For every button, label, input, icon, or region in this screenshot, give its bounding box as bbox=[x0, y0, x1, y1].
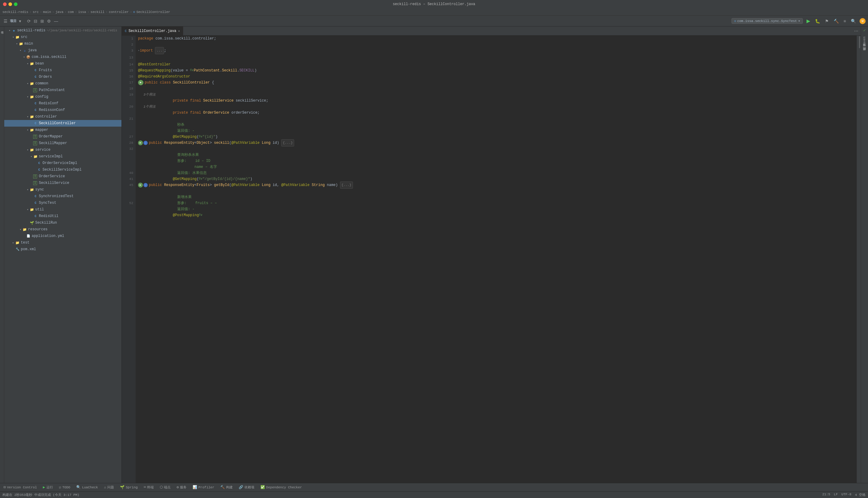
line-ending[interactable]: LF bbox=[834, 493, 838, 497]
breadcrumb-item[interactable]: java bbox=[55, 10, 63, 14]
run-button-bottom[interactable]: ▶ 运行 bbox=[42, 484, 54, 490]
user-avatar[interactable]: U bbox=[859, 18, 866, 24]
build-success-message: 构建在 2秒353毫秒 中成功完成 (今天 3:17 PM) bbox=[2, 493, 79, 497]
tree-item-serviceimpl[interactable]: ▾ 📁 serviceImpl bbox=[4, 153, 121, 160]
tree-item-seckillservice[interactable]: ▸ I SeckillService bbox=[4, 180, 121, 186]
breadcrumb-item[interactable]: com bbox=[68, 10, 74, 14]
luacheck-button[interactable]: 🔍 LuaCheck bbox=[75, 484, 99, 490]
tree-item-package[interactable]: ▾ 📦 com.issa.seckill bbox=[4, 54, 121, 60]
breadcrumb-item[interactable]: src bbox=[32, 10, 39, 14]
code-area[interactable]: package com.issa.seckill.controller; ▸ i… bbox=[136, 36, 856, 483]
tree-item-common[interactable]: ▾ 📁 common bbox=[4, 80, 121, 87]
settings-button[interactable]: ⚙ bbox=[46, 18, 52, 24]
breakpoint-button[interactable]: ⬡ 端点 bbox=[159, 484, 172, 490]
build-button[interactable]: 🔨 bbox=[832, 18, 840, 24]
breadcrumb-item[interactable]: seckill-redis bbox=[2, 10, 28, 14]
tab-seckillcontroller[interactable]: C SeckillController.java ✕ bbox=[122, 27, 183, 35]
tree-item-applicationyml[interactable]: ▸ 📄 application.yml bbox=[4, 233, 121, 239]
tree-item-seckillrun[interactable]: ▸ 🌱 SeckillRun bbox=[4, 220, 121, 226]
tree-item-pathconstant[interactable]: ▸ I PathConstant bbox=[4, 87, 121, 93]
tree-item-orders[interactable]: ▸ C Orders bbox=[4, 74, 121, 80]
profiler-icon: 📊 bbox=[192, 485, 197, 489]
tree-item-redisconf[interactable]: ▸ C RedisConf bbox=[4, 100, 121, 107]
tree-item-redissonconf[interactable]: ▸ C RedissonConf bbox=[4, 107, 121, 113]
run-config-selector[interactable]: ⊙ com.issa.seckill.sync.SyncTest ▾ bbox=[732, 18, 803, 24]
spring-button[interactable]: 🌱 Spring bbox=[119, 484, 139, 490]
tree-arrow: ▾ bbox=[8, 29, 12, 32]
tab-close-button[interactable]: ✕ bbox=[178, 29, 180, 33]
run-button[interactable]: ▶ bbox=[805, 17, 811, 24]
version-control-button[interactable]: ⊡ Version Control bbox=[2, 484, 38, 490]
tree-item-synctest[interactable]: ▸ C SyncTest bbox=[4, 199, 121, 206]
sync-button[interactable]: ⟳ bbox=[26, 18, 32, 24]
run-icon-41[interactable]: ▶ bbox=[138, 183, 143, 187]
panel-dropdown[interactable]: ▾ bbox=[18, 18, 22, 24]
coverage-button[interactable]: ⚑ bbox=[824, 18, 830, 24]
search-everywhere-button[interactable]: 🔍 bbox=[850, 18, 857, 24]
dep-checker-button[interactable]: ✅ Dependency Checker bbox=[259, 484, 303, 490]
collapse-all-button[interactable]: ⊟ bbox=[32, 18, 39, 24]
line-num-28: 28 bbox=[122, 140, 136, 146]
minimize-button[interactable] bbox=[9, 2, 12, 6]
editor-content[interactable]: 1 2 3 13 14 15 16 17 18 19 20 21 27 28 3… bbox=[122, 36, 861, 483]
tree-item-redisutil[interactable]: ▸ C RedisUtil bbox=[4, 213, 121, 220]
cursor-position[interactable]: 21:5 bbox=[822, 493, 830, 497]
tree-item-util[interactable]: ▾ 📁 util bbox=[4, 206, 121, 213]
services-icon: ⚙ bbox=[177, 485, 179, 489]
tree-item-test[interactable]: ▸ 📁 test bbox=[4, 239, 121, 246]
scroll-indicator[interactable] bbox=[856, 36, 861, 483]
tree-item-mapper[interactable]: ▾ 📁 mapper bbox=[4, 127, 121, 133]
editor-more-button[interactable]: ⋯ bbox=[853, 28, 859, 34]
deps-button[interactable]: 🔗 依赖项 bbox=[238, 484, 256, 490]
run-icon-28[interactable]: ▶ bbox=[138, 141, 143, 145]
window-controls[interactable] bbox=[3, 2, 17, 6]
project-view-button[interactable]: ☰ bbox=[2, 18, 9, 24]
breadcrumb-item[interactable]: issa bbox=[78, 10, 86, 14]
tree-item-seckillmapper[interactable]: ▸ I SeckillMapper bbox=[4, 140, 121, 146]
tree-item-resources[interactable]: ▾ 📁 resources bbox=[4, 226, 121, 233]
expand-all-button[interactable]: ⊞ bbox=[39, 18, 45, 24]
tree-item-controller[interactable]: ▾ 📁 controller bbox=[4, 113, 121, 120]
problems-button[interactable]: ⚠ 问题 bbox=[103, 484, 115, 490]
run-icon-17[interactable]: ▶ bbox=[138, 80, 144, 85]
maven-label[interactable]: Maven bbox=[863, 37, 866, 45]
window-title: seckill-redis – SeckillController.java bbox=[393, 2, 475, 6]
todo-button[interactable]: ☑ TODO bbox=[58, 484, 72, 490]
tree-item-main[interactable]: ▾ 📁 main bbox=[4, 40, 121, 47]
encoding[interactable]: UTF-8 bbox=[841, 493, 852, 497]
tree-item-config[interactable]: ▾ 📁 config bbox=[4, 93, 121, 100]
breadcrumb-item-current[interactable]: SeckillController bbox=[136, 10, 170, 14]
breadcrumb-item[interactable]: controller bbox=[109, 10, 129, 14]
terminal-button[interactable]: ⌨ 终端 bbox=[143, 484, 155, 490]
build-button-bottom[interactable]: 🔨 构建 bbox=[219, 484, 234, 490]
indent[interactable]: 4 空格 bbox=[855, 493, 866, 497]
tree-item-pomxml[interactable]: ▸ 🔧 pom.xml bbox=[4, 246, 121, 253]
bookmarks-label[interactable]: 书签 bbox=[0, 28, 4, 30]
tree-item-service[interactable]: ▾ 📁 service bbox=[4, 146, 121, 153]
breadcrumb-item[interactable]: seckill bbox=[90, 10, 104, 14]
tree-item-orderserviceimpl[interactable]: ▸ C OrderServiceImpl bbox=[4, 160, 121, 167]
debug-button[interactable]: 🐛 bbox=[814, 18, 821, 24]
maximize-button[interactable] bbox=[14, 2, 17, 6]
services-button[interactable]: ⚙ 服务 bbox=[175, 484, 188, 490]
tree-item-sync[interactable]: ▾ 📁 sync bbox=[4, 186, 121, 193]
more-run-options[interactable]: ≡ bbox=[842, 18, 847, 24]
bottom-toolbar: ⊡ Version Control ▶ 运行 ☑ TODO 🔍 LuaCheck… bbox=[0, 483, 868, 492]
breadcrumb-item[interactable]: main bbox=[43, 10, 51, 14]
tree-item-src[interactable]: ▾ 📁 src bbox=[4, 34, 121, 40]
tree-item-seckillcontroller[interactable]: ▸ C SeckillController bbox=[4, 120, 121, 127]
tree-item-seckillserviceimpl[interactable]: ▸ C SeckillServiceImpl bbox=[4, 167, 121, 173]
tree-item-root[interactable]: ▾ ◈ seckill-redis ~/java/java/seckill-re… bbox=[4, 27, 121, 34]
close-button[interactable] bbox=[3, 2, 6, 6]
tree-item-synchronizedtest[interactable]: ▸ C SynchronizedTest bbox=[4, 193, 121, 199]
tree-item-java[interactable]: ▾ ☕ java bbox=[4, 47, 121, 54]
tree-item-fruits[interactable]: ▸ C Fruits bbox=[4, 67, 121, 74]
profiler-label: Profiler bbox=[198, 486, 214, 489]
profiler-button[interactable]: 📊 Profiler bbox=[191, 484, 215, 490]
structure-label[interactable]: 结构 bbox=[0, 481, 4, 483]
code-line-27: @GetMapping(©∨"{id}") bbox=[136, 134, 856, 140]
tree-item-orderservice[interactable]: ▸ I OrderService bbox=[4, 173, 121, 180]
tree-item-bean[interactable]: ▾ 📁 bean bbox=[4, 60, 121, 67]
tree-item-ordermapper[interactable]: ▸ I OrderMapper bbox=[4, 133, 121, 140]
minimize-panel-button[interactable]: — bbox=[53, 18, 59, 24]
